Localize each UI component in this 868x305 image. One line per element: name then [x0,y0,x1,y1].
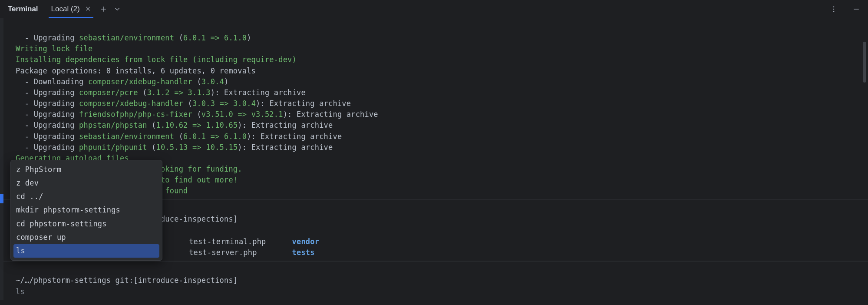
ls-dir: vendor [292,237,320,246]
ls-cell: test-terminal.php [189,237,266,246]
terminal-tab-local[interactable]: Local (2) ✕ [49,0,93,18]
terminal-tabbar: Terminal Local (2) ✕ [0,0,868,18]
out-line: - Upgrading [16,143,79,152]
tab-label: Local (2) [51,5,80,13]
out-line: Package operations: 0 installs, 6 update… [16,66,256,75]
tail: ): Extracting archive [211,88,306,97]
new-tab-button[interactable] [99,5,107,13]
out-line: - Upgrading [16,121,79,129]
terminal-viewport[interactable]: - Upgrading sebastian/environment (6.0.1… [0,18,868,300]
more-icon[interactable] [830,5,838,13]
ls-dir: tests [292,248,315,257]
paren: ( [147,121,156,129]
svg-point-2 [833,6,835,7]
paren: ( [192,110,201,119]
pkg: friendsofphp/php-cs-fixer [79,110,192,119]
out-line: - Upgrading [16,132,79,141]
history-item-selected[interactable]: ls [13,244,159,258]
pkg: composer/xdebug-handler [88,77,192,86]
tool-window-title: Terminal [8,5,38,13]
history-item[interactable]: composer up [11,231,162,244]
pkg: phpstan/phpstan [79,121,147,129]
paren: ( [174,132,183,141]
prompt-git: git:[introduce-inspections] [116,276,238,285]
pkg: sebastian/environment [79,33,174,42]
paren: ) [247,33,251,42]
chevron-down-icon[interactable] [113,5,121,13]
pkg: composer/xdebug-handler [79,99,183,108]
svg-point-3 [833,8,835,10]
paren: ( [174,33,183,42]
minimize-icon[interactable] [852,5,860,13]
ver: 3.1.2 => 3.1.3 [147,88,211,97]
command-history-popup[interactable]: z PhpStorm z dev cd ../ mkdir phpstorm-s… [10,160,162,261]
prompt-path: ~/…/phpstorm-settings [16,276,116,285]
typed-command[interactable]: ls [16,287,25,296]
out-line: - Upgrading [16,33,79,42]
gutter-cursor [0,194,3,203]
history-item[interactable]: z PhpStorm [11,163,162,176]
paren: ( [183,99,192,108]
close-icon[interactable]: ✕ [85,5,91,13]
history-item[interactable]: z dev [11,176,162,190]
tail: ): Extracting archive [238,121,333,129]
ver: 1.10.62 => 1.10.65 [156,121,238,129]
out-line: - Upgrading [16,99,79,108]
tail: ): Extracting archive [283,110,378,119]
paren: ( [192,77,201,86]
tail: ): Extracting archive [238,143,333,152]
paren: ) [224,77,228,86]
out-line: - Downloading [16,77,88,86]
history-item[interactable]: cd ../ [11,190,162,203]
ver: 10.5.13 => 10.5.15 [156,143,238,152]
out-line: - Upgrading [16,110,79,119]
scrollbar-thumb[interactable] [863,42,866,83]
pkg: composer/pcre [79,88,138,97]
history-item[interactable]: mkdir phpstorm-settings [11,203,162,217]
terminal-block-2: ~/…/phpstorm-settings git:[introduce-ins… [0,264,868,297]
ver: 3.0.4 [201,77,224,86]
out-line: Writing lock file [16,44,92,53]
ver: 3.0.3 => 3.0.4 [192,99,256,108]
pkg: phpunit/phpunit [79,143,147,152]
ver: 6.0.1 => 6.1.0 [183,132,247,141]
paren: ( [147,143,156,152]
ver: v3.51.0 => v3.52.1 [201,110,283,119]
terminal-gutter [0,18,3,300]
out-line: - Upgrading [16,88,79,97]
ver: 6.0.1 => 6.1.0 [183,33,247,42]
ls-cell: test-server.php [189,248,257,257]
block-divider [0,261,868,262]
pkg: sebastian/environment [79,132,174,141]
out-line: Installing dependencies from lock file (… [16,55,297,64]
paren: ( [138,88,147,97]
tail: ): Extracting archive [247,132,342,141]
history-item[interactable]: cd phpstorm-settings [11,217,162,231]
tail: ): Extracting archive [256,99,351,108]
svg-point-4 [833,10,835,12]
